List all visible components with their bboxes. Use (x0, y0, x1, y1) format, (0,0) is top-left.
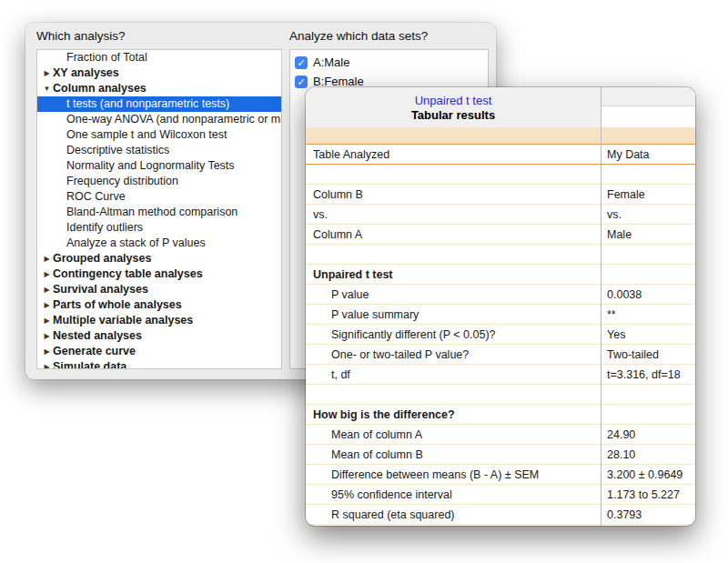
table-row[interactable]: Significantly different (P < 0.05)?Yes (306, 325, 695, 345)
analysis-tree-item[interactable]: ▶Simulate data (37, 359, 281, 369)
analysis-tree-item[interactable]: Analyze a stack of P values (37, 236, 281, 251)
table-row[interactable]: Table AnalyzedMy Data (306, 144, 695, 165)
selected-row-highlight[interactable] (306, 127, 695, 144)
table-row[interactable]: Column BFemale (306, 185, 695, 205)
row-label-cell[interactable] (306, 165, 601, 184)
analysis-tree-item[interactable]: ▶Multiple variable analyses (37, 313, 281, 328)
analysis-tree[interactable]: Fraction of Total▶XY analyses▼Column ana… (36, 49, 282, 369)
row-label-cell[interactable]: P value summary (306, 305, 601, 324)
results-header-title-cell[interactable]: Unpaired t test Tabular results (306, 87, 601, 127)
table-row[interactable]: P value summary** (306, 305, 695, 325)
table-row[interactable] (306, 165, 695, 185)
dataset-item[interactable]: ✓A:Male (290, 53, 488, 72)
table-row[interactable]: 95% confidence interval1.173 to 5.227 (306, 485, 695, 505)
table-row[interactable]: Column AMale (306, 225, 695, 245)
row-label-cell[interactable]: Mean of column B (306, 445, 601, 464)
row-value-cell[interactable]: t=3.316, df=18 (601, 365, 695, 384)
row-label-cell[interactable]: Difference between means (B - A) ± SEM (306, 465, 601, 484)
table-row[interactable]: R squared (eta squared)0.3793 (306, 505, 695, 525)
row-value-cell[interactable]: Yes (601, 325, 695, 344)
analysis-tree-item[interactable]: Descriptive statistics (37, 143, 281, 158)
row-label-cell[interactable]: Significantly different (P < 0.05)? (306, 325, 601, 344)
analysis-tree-item[interactable]: ▶Generate curve (37, 344, 281, 359)
row-value-cell[interactable]: ** (601, 305, 695, 324)
analysis-tree-item[interactable]: One-way ANOVA (and nonparametric or mixe… (37, 112, 281, 127)
analysis-tree-item-label: One-way ANOVA (and nonparametric or mixe… (66, 113, 281, 126)
expand-triangle-icon[interactable]: ▶ (42, 251, 52, 266)
analysis-tree-item[interactable]: Fraction of Total (37, 50, 281, 65)
table-row[interactable]: Unpaired t test (306, 265, 695, 285)
analysis-tree-item[interactable]: ▶Contingency table analyses (37, 266, 281, 282)
expand-triangle-icon[interactable]: ▶ (42, 297, 52, 313)
expand-triangle-icon[interactable]: ▶ (42, 282, 52, 297)
table-row[interactable]: Difference between means (B - A) ± SEM3.… (306, 465, 695, 485)
analysis-tree-item[interactable]: One sample t and Wilcoxon test (37, 127, 281, 143)
row-label-cell[interactable]: P value (306, 285, 601, 304)
table-row[interactable]: t, dft=3.316, df=18 (306, 365, 695, 385)
row-value-cell[interactable]: 24.90 (601, 425, 695, 444)
analysis-tree-item[interactable]: Frequency distribution (37, 174, 281, 189)
dataset-label: A:Male (313, 55, 349, 69)
collapse-triangle-icon[interactable]: ▼ (42, 81, 52, 96)
table-row[interactable]: How big is the difference? (306, 405, 695, 425)
row-label-cell[interactable]: t, df (306, 365, 601, 384)
row-label-cell[interactable]: vs. (306, 205, 601, 224)
analysis-tree-item[interactable]: t tests (and nonparametric tests) (37, 96, 281, 112)
row-value-cell[interactable] (601, 165, 695, 184)
row-label-cell[interactable] (306, 245, 601, 264)
screen: Which analysis? Analyze which data sets?… (0, 0, 728, 563)
row-value-cell[interactable]: 28.10 (601, 445, 695, 464)
expand-triangle-icon[interactable]: ▶ (42, 266, 52, 282)
row-label-cell[interactable]: How big is the difference? (306, 405, 601, 424)
row-label-cell[interactable]: Unpaired t test (306, 265, 601, 284)
analysis-tree-item[interactable]: ▶XY analyses (37, 65, 281, 81)
dataset-checkbox[interactable]: ✓ (295, 56, 308, 69)
expand-triangle-icon[interactable]: ▶ (42, 328, 52, 344)
row-label-cell[interactable]: Column A (306, 225, 601, 244)
row-label-cell[interactable]: R squared (eta squared) (306, 505, 601, 524)
table-row[interactable]: vs.vs. (306, 205, 695, 225)
row-value-cell[interactable] (601, 385, 695, 404)
analysis-tree-item[interactable]: ▶Parts of whole analyses (37, 297, 281, 313)
row-value-cell[interactable]: 3.200 ± 0.9649 (601, 465, 695, 484)
row-value-cell[interactable] (601, 245, 695, 264)
table-row[interactable]: One- or two-tailed P value?Two-tailed (306, 345, 695, 365)
expand-triangle-icon[interactable]: ▶ (42, 65, 52, 81)
row-label-cell[interactable]: 95% confidence interval (306, 485, 601, 504)
row-label-cell[interactable]: Column B (306, 185, 601, 204)
row-value-cell[interactable] (601, 405, 695, 424)
row-label-cell[interactable]: One- or two-tailed P value? (306, 345, 601, 364)
analysis-tree-item[interactable]: Normality and Lognormality Tests (37, 158, 281, 174)
analysis-tree-item-label: Analyze a stack of P values (66, 236, 206, 249)
row-value-cell[interactable]: Female (601, 185, 695, 204)
analysis-tree-item[interactable]: ROC Curve (37, 189, 281, 205)
row-value-cell[interactable]: 1.173 to 5.227 (601, 485, 695, 504)
row-value-cell[interactable] (601, 265, 695, 284)
row-label-cell[interactable] (306, 385, 601, 404)
row-label-cell[interactable]: Mean of column A (306, 425, 601, 444)
analysis-tree-item-label: Identify outliers (66, 221, 143, 234)
row-label-cell[interactable]: Table Analyzed (306, 145, 601, 164)
row-value-cell[interactable]: My Data (601, 145, 695, 164)
dataset-checkbox[interactable]: ✓ (295, 75, 308, 88)
expand-triangle-icon[interactable]: ▶ (42, 313, 52, 328)
row-value-cell[interactable]: Male (601, 225, 695, 244)
row-value-cell[interactable]: 0.0038 (601, 285, 695, 304)
expand-triangle-icon[interactable]: ▶ (42, 344, 52, 359)
analysis-tree-item[interactable]: ▼Column analyses (37, 81, 281, 96)
table-row[interactable] (306, 385, 695, 405)
table-row[interactable]: P value0.0038 (306, 285, 695, 305)
analysis-tree-item[interactable]: Bland-Altman method comparison (37, 205, 281, 220)
analysis-tree-item[interactable]: ▶Survival analyses (37, 282, 281, 297)
analysis-tree-item-label: Frequency distribution (66, 175, 178, 187)
row-value-cell[interactable]: 0.3793 (601, 505, 695, 524)
analysis-tree-item[interactable]: ▶Grouped analyses (37, 251, 281, 266)
analysis-tree-item[interactable]: Identify outliers (37, 220, 281, 236)
table-row[interactable] (306, 245, 695, 265)
expand-triangle-icon[interactable]: ▶ (42, 359, 52, 369)
table-row[interactable]: Mean of column A24.90 (306, 425, 695, 445)
table-row[interactable]: Mean of column B28.10 (306, 445, 695, 465)
row-value-cell[interactable]: vs. (601, 205, 695, 224)
row-value-cell[interactable]: Two-tailed (601, 345, 695, 364)
analysis-tree-item[interactable]: ▶Nested analyses (37, 328, 281, 344)
